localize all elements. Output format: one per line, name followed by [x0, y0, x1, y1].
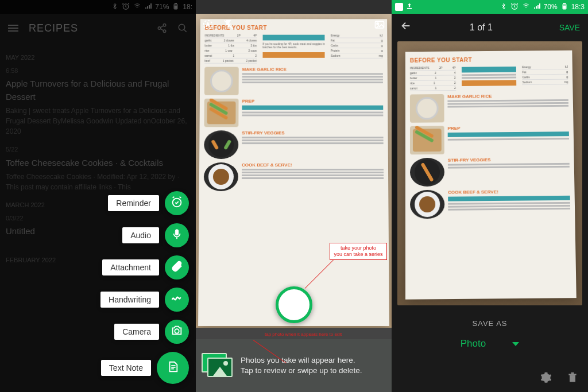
step-text — [242, 169, 384, 179]
step-text — [242, 137, 383, 144]
review-toolbar: 1 of 1 SAVE — [392, 14, 588, 41]
delete-icon[interactable] — [566, 371, 579, 384]
fab-menu: Reminder Audio Attachment Handwriting Ca… — [100, 191, 189, 384]
signal-icon — [533, 3, 540, 11]
fab-item-attachment[interactable]: Attachment — [102, 255, 189, 280]
step-title: MAKE GARLIC RICE — [242, 67, 383, 72]
fab-item-reminder[interactable]: Reminder — [108, 191, 189, 215]
fab-label: Camera — [114, 324, 159, 340]
step-image — [204, 99, 239, 127]
flash-off-icon[interactable] — [222, 18, 235, 31]
text-note-icon — [167, 360, 179, 375]
fab-label: Handwriting — [100, 292, 159, 308]
page-title: RECIPES — [29, 22, 146, 34]
page-counter: 1 of 1 — [426, 22, 559, 33]
recipe-band — [462, 80, 517, 86]
microphone-icon — [171, 228, 183, 243]
svg-rect-21 — [570, 375, 575, 382]
note-title[interactable]: Apple Turnovers for a Delicious and Frug… — [6, 77, 190, 103]
search-icon[interactable] — [177, 23, 188, 33]
step-image — [410, 190, 444, 219]
month-header: MAY 2022 — [6, 53, 190, 63]
bluetooth-icon — [111, 2, 118, 12]
clock-text: 18: — [183, 3, 192, 11]
svg-rect-22 — [568, 374, 576, 375]
photo-preview[interactable]: BEFORE YOU START INGREDIENTS2P4P garlic2… — [397, 41, 582, 305]
gear-icon[interactable] — [540, 371, 552, 384]
fab-item-handwriting[interactable]: Handwriting — [100, 288, 189, 312]
tray-line: Tap to review or swipe up to delete. — [241, 366, 362, 376]
upload-icon — [405, 2, 413, 12]
save-button[interactable]: SAVE — [559, 23, 580, 32]
svg-rect-9 — [175, 230, 179, 235]
step-text — [448, 202, 570, 211]
svg-point-10 — [175, 329, 179, 333]
chevron-down-icon — [512, 342, 519, 346]
battery-text: 71% — [155, 3, 169, 11]
notes-list-screen: 71% 18: RECIPES MAY 2022 6:58 Apple Turn… — [0, 0, 196, 392]
recipe-band — [462, 67, 517, 73]
step-image — [410, 158, 444, 187]
fab-item-camera[interactable]: Camera — [114, 320, 189, 344]
gallery-icon[interactable] — [373, 18, 386, 31]
step-image — [204, 162, 238, 191]
fab-label: Text Note — [101, 360, 151, 376]
menu-icon[interactable] — [8, 25, 18, 32]
step-title: MAKE GARLIC RICE — [447, 93, 568, 99]
step-title: COOK BEEF & SERVE! — [242, 162, 384, 168]
status-bar — [196, 0, 392, 14]
fab-label: Audio — [122, 227, 159, 243]
step-title: STIR-FRY VEGGIES — [242, 130, 383, 135]
recipe-band — [262, 52, 325, 58]
fab-label: Attachment — [102, 259, 159, 275]
svg-rect-16 — [407, 7, 412, 9]
svg-rect-2 — [175, 3, 177, 4]
recipe-band — [448, 196, 570, 201]
step-title: STIR-FRY VEGGIES — [448, 157, 570, 163]
recipe-band — [242, 106, 383, 110]
shutter-button[interactable] — [276, 286, 312, 323]
step-title: PREP — [242, 99, 383, 104]
save-as-value: Photo — [461, 338, 486, 350]
save-as-section: SAVE AS Photo — [392, 319, 588, 352]
svg-point-7 — [179, 24, 185, 30]
svg-rect-23 — [571, 372, 574, 374]
app-toolbar: RECIPES — [0, 14, 196, 42]
status-bar: 70% 18:3 — [392, 0, 588, 14]
save-as-dropdown[interactable]: Photo — [454, 336, 526, 352]
camera-viewfinder: BEFORE YOU START INGREDIENTS2P4P garlic2… — [196, 14, 392, 328]
svg-rect-3 — [175, 6, 177, 9]
fab-item-textnote[interactable]: Text Note — [101, 352, 189, 384]
auto-mode-icon[interactable]: A — [202, 18, 214, 31]
handwriting-icon — [171, 292, 183, 307]
note-time: 5/22 — [6, 145, 190, 154]
alarm-icon — [122, 2, 130, 12]
status-bar: 71% 18: — [0, 0, 196, 14]
camera-screen: BEFORE YOU START INGREDIENTS2P4P garlic2… — [196, 0, 392, 392]
share-icon[interactable] — [157, 23, 167, 33]
nutrition-table: EnergykJ Fatg Carbsg Proteing Sodiummg — [331, 33, 383, 64]
photo-tray[interactable]: Photos you take will appear here. Tap to… — [196, 339, 392, 392]
step-image — [204, 67, 239, 95]
step-text — [447, 99, 568, 108]
annotation-callout: take your photo you can take a series — [330, 243, 387, 260]
back-icon[interactable] — [400, 20, 412, 36]
wifi-icon — [133, 3, 141, 11]
svg-rect-20 — [563, 6, 566, 9]
step-text — [242, 112, 383, 117]
bottom-actions — [540, 371, 579, 384]
step-image — [204, 130, 238, 159]
wifi-icon — [522, 3, 530, 11]
step-text — [448, 163, 570, 169]
note-title[interactable]: Toffee Cheesecake Cookies · & Cocktails — [6, 157, 190, 170]
step-text — [242, 73, 383, 83]
svg-text:A: A — [206, 22, 210, 28]
tray-line: Photos you take will appear here. — [241, 355, 362, 366]
step-title: PREP — [448, 125, 569, 131]
recipe-band — [262, 35, 325, 41]
step-image — [410, 126, 444, 154]
ingredients-table: INGREDIENTS2P4P garlic2 cloves4 cloves b… — [204, 33, 257, 64]
svg-rect-19 — [563, 3, 565, 4]
paperclip-icon — [171, 260, 183, 275]
fab-item-audio[interactable]: Audio — [122, 223, 189, 247]
